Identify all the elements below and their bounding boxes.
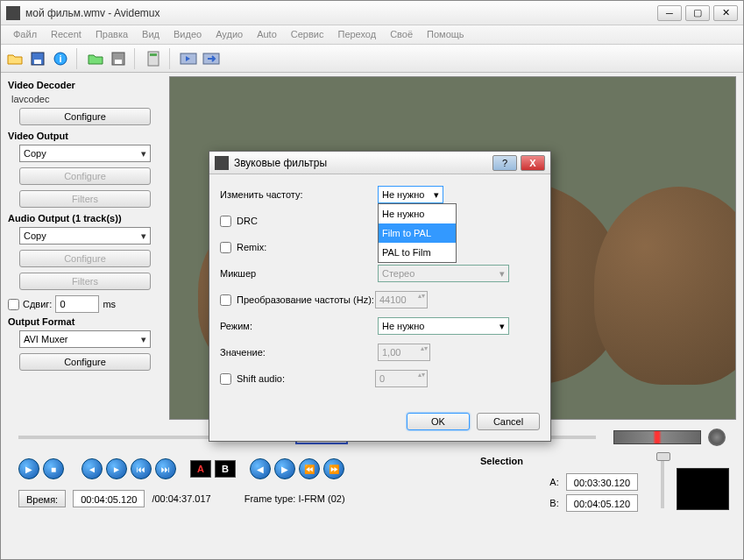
export-icon[interactable] (201, 48, 222, 69)
close-button[interactable]: ✕ (713, 5, 738, 21)
vu-meter (613, 430, 701, 444)
video-filters-button: Filters (19, 190, 151, 208)
freq-option-none[interactable]: Не нужно (379, 204, 456, 223)
svg-rect-5 (115, 60, 122, 64)
dialog-help-button[interactable]: ? (492, 155, 517, 171)
speaker-icon[interactable] (708, 429, 726, 446)
video-configure-button: Configure (19, 167, 151, 185)
format-heading: Output Format (8, 316, 162, 327)
cancel-button[interactable]: Cancel (477, 413, 540, 430)
minimize-button[interactable]: ─ (657, 5, 682, 21)
drc-checkbox[interactable] (220, 216, 231, 227)
time-field[interactable]: 00:04:05.120 (73, 490, 145, 507)
titlebar: мой фильм.wmv - Avidemux ─ ▢ ✕ (1, 1, 743, 25)
menu-file[interactable]: Файл (6, 25, 44, 44)
main-window: мой фильм.wmv - Avidemux ─ ▢ ✕ Файл Rece… (0, 0, 744, 560)
menu-custom[interactable]: Своё (383, 25, 420, 44)
menu-auto[interactable]: Auto (250, 25, 284, 44)
mode-combo[interactable]: Не нужно (378, 317, 509, 335)
sel-b-value[interactable]: 00:04:05.120 (566, 494, 638, 512)
ok-button[interactable]: OK (407, 413, 470, 430)
menu-recent[interactable]: Recent (44, 25, 89, 44)
video-output-heading: Video Output (8, 131, 162, 141)
sel-b-label: B: (549, 498, 558, 508)
dialog-close-button[interactable]: X (521, 155, 545, 171)
freq-label: Изменить частоту: (220, 189, 378, 200)
open-icon[interactable] (4, 48, 25, 69)
menu-video[interactable]: Видео (167, 25, 209, 44)
audio-filters-button: Filters (19, 273, 151, 290)
svg-text:i: i (59, 53, 61, 64)
time-button[interactable]: Время: (18, 490, 66, 507)
shift-label: Сдвиг: (23, 299, 52, 309)
shift-audio-spinner: 0 (375, 370, 428, 387)
shift-unit: ms (103, 299, 116, 309)
freq-combo[interactable]: Не нужно Не нужно Film to PAL PAL to Fil… (378, 186, 443, 203)
audio-output-heading: Audio Output (1 track(s)) (8, 213, 162, 223)
total-time: /00:04:37.017 (152, 493, 210, 504)
prev-frame-button[interactable]: ◄ (81, 458, 103, 479)
goto-a-button[interactable]: ◀ (250, 458, 271, 479)
prev-keyframe-button[interactable]: ⏮ (131, 458, 152, 479)
selection-heading: Selection (480, 456, 638, 466)
decoder-configure-button[interactable]: Configure (19, 108, 151, 125)
menu-goto[interactable]: Переход (330, 25, 383, 44)
mode-label: Режим: (220, 321, 378, 331)
selection-panel: Selection A:00:03:30.120 B:00:04:05.120 (480, 456, 638, 515)
freq-option-film-to-pal[interactable]: Film to PAL (379, 223, 456, 243)
dialog-icon (215, 156, 229, 170)
audio-filters-dialog: Звуковые фильтры ? X Изменить частоту: Н… (209, 151, 551, 442)
mark-a-button[interactable]: A (190, 460, 211, 478)
format-combo[interactable]: AVI Muxer (19, 330, 151, 348)
svg-rect-1 (34, 60, 41, 64)
remix-label: Remix: (237, 242, 266, 252)
conv-checkbox[interactable] (220, 294, 231, 306)
shift-spinner[interactable]: 0 (55, 295, 99, 313)
remix-checkbox[interactable] (220, 242, 231, 253)
goto-b-button[interactable]: ▶ (274, 458, 295, 479)
decoder-value: lavcodec (8, 94, 162, 104)
menu-help[interactable]: Помощь (420, 25, 471, 44)
play-button[interactable]: ▶ (18, 458, 39, 479)
conv-label: Преобразование частоты (Hz): (237, 294, 375, 305)
volume-slider[interactable] (661, 456, 664, 508)
menu-edit[interactable]: Правка (89, 25, 135, 44)
sel-a-value[interactable]: 00:03:30.120 (566, 473, 638, 491)
play-panel-icon[interactable] (178, 48, 199, 69)
load-icon[interactable] (85, 48, 106, 69)
info-icon[interactable]: i (50, 48, 71, 69)
disk-icon[interactable] (108, 48, 129, 69)
maximize-button[interactable]: ▢ (685, 5, 710, 21)
forward-button[interactable]: ⏩ (323, 458, 344, 479)
decoder-heading: Video Decoder (8, 80, 162, 90)
mark-b-button[interactable]: B (215, 460, 236, 478)
shift-checkbox[interactable] (8, 299, 19, 310)
shift-audio-label: Shift audio: (237, 373, 375, 384)
rewind-button[interactable]: ⏪ (299, 458, 320, 479)
dialog-title: Звуковые фильтры (234, 157, 489, 169)
next-frame-button[interactable]: ► (106, 458, 127, 479)
window-title: мой фильм.wmv - Avidemux (25, 7, 657, 19)
menu-audio[interactable]: Аудио (209, 25, 250, 44)
menubar: Файл Recent Правка Вид Видео Аудио Auto … (1, 25, 743, 45)
calc-icon[interactable] (143, 48, 164, 69)
app-icon (6, 6, 20, 20)
mixer-label: Микшер (220, 268, 378, 279)
freq-dropdown: Не нужно Film to PAL PAL to Film (378, 203, 457, 263)
freq-option-pal-to-film[interactable]: PAL to Film (379, 243, 456, 262)
mixer-combo: Стерео (378, 265, 509, 282)
menu-view[interactable]: Вид (135, 25, 167, 44)
stop-button[interactable]: ■ (43, 458, 64, 479)
value-spinner: 1,00 (378, 344, 430, 361)
next-keyframe-button[interactable]: ⏭ (155, 458, 176, 479)
format-configure-button[interactable]: Configure (19, 353, 151, 371)
video-output-combo[interactable]: Copy (19, 145, 151, 162)
sel-a-label: A: (549, 477, 558, 487)
audio-configure-button: Configure (19, 250, 151, 267)
drc-label: DRC (237, 216, 258, 226)
sidebar: Video Decoder lavcodec Configure Video O… (1, 73, 169, 423)
audio-output-combo[interactable]: Copy (19, 227, 151, 245)
save-icon[interactable] (27, 48, 48, 69)
menu-service[interactable]: Сервис (284, 25, 331, 44)
shift-audio-checkbox[interactable] (220, 373, 231, 385)
